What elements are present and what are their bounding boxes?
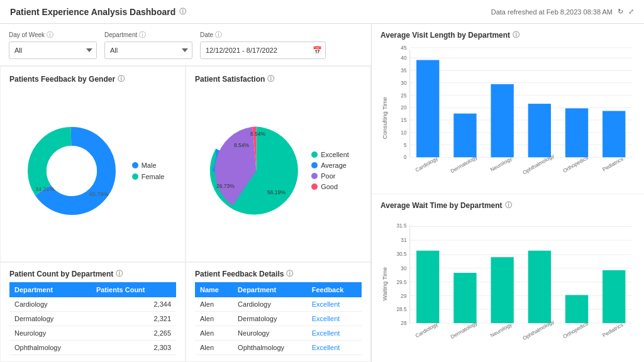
svg-text:31: 31 — [401, 238, 407, 244]
bottom-row: Patient Count by Department ⓘ Department… — [0, 262, 371, 362]
svg-text:40: 40 — [401, 55, 407, 61]
pie-container: 56.19% 26.73% 8.54% 8.54% Excellent Aver… — [195, 87, 362, 254]
charts-row: Patients Feedback by Gender ⓘ 34.21% 65.… — [0, 66, 371, 262]
wait-time-chart: Waiting Time 28 28.5 29 29.5 30 30.5 31 … — [380, 212, 635, 356]
count-cell: 2,321 — [91, 312, 176, 326]
wait-time-title: Average Wait Time by Department ⓘ — [380, 200, 635, 210]
svg-text:45: 45 — [401, 45, 407, 51]
legend-male: Male — [132, 162, 165, 169]
dept-column-header: Department — [9, 282, 91, 297]
name-cell: Alen — [195, 312, 233, 326]
page-title: Patient Experience Analysis Dashboard ⓘ — [10, 7, 186, 17]
male-label: Male — [142, 162, 157, 169]
excellent-dot — [311, 151, 318, 158]
count-cell: 2,265 — [91, 326, 176, 341]
svg-text:Consulting Time: Consulting Time — [382, 97, 388, 139]
visit-bar-svg: Consulting Time 0 5 10 15 20 25 30 35 40… — [380, 42, 635, 187]
dept-cell: Ophthalmology — [233, 341, 307, 355]
name-cell: Alen — [195, 297, 233, 312]
dept-cell: Dermatology — [233, 312, 307, 326]
feedback-details-title: Patient Feedback Details ⓘ — [195, 269, 362, 278]
svg-text:28.5: 28.5 — [396, 307, 407, 313]
feedback-column-header: Feedback — [307, 282, 362, 297]
visit-info-icon: ⓘ — [513, 30, 519, 40]
top-bar: Patient Experience Analysis Dashboard ⓘ … — [0, 0, 644, 24]
svg-text:29: 29 — [401, 293, 407, 299]
patient-count-info-icon: ⓘ — [116, 269, 123, 278]
feedback-header-row: Name Department Feedback — [195, 282, 362, 297]
pie-svg: 56.19% 26.73% 8.54% 8.54% — [208, 122, 305, 219]
refresh-icon[interactable]: ↻ — [618, 8, 623, 16]
satisfaction-chart-title: Patient Satisfaction ⓘ — [195, 74, 362, 84]
calendar-icon[interactable]: 📅 — [313, 46, 322, 55]
legend-excellent: Excellent — [311, 151, 349, 158]
date-label: Date ⓘ — [200, 30, 326, 40]
refresh-info: Data refreshed at Feb 8,2023 08:38 AM ↻ … — [491, 8, 634, 16]
donut-legend: Male Female — [132, 162, 165, 180]
feedback-title-text: Patient Feedback Details — [195, 270, 284, 278]
legend-good: Good — [311, 183, 349, 190]
feedback-dept-column-header: Department — [233, 282, 307, 297]
svg-text:Neurology: Neurology — [489, 155, 513, 173]
date-info-icon: ⓘ — [215, 30, 222, 40]
svg-text:35: 35 — [401, 67, 407, 74]
good-dot — [311, 184, 318, 190]
day-info-icon: ⓘ — [47, 30, 53, 40]
wait-bar-svg: Waiting Time 28 28.5 29 29.5 30 30.5 31 … — [380, 212, 635, 356]
poor-label: Poor — [321, 172, 335, 180]
visit-length-title-text: Average Visit Length by Department — [380, 31, 510, 40]
patient-count-title: Patient Count by Department ⓘ — [9, 269, 176, 278]
right-panel: Average Visit Length by Department ⓘ Con… — [371, 24, 644, 362]
visit-length-chart: Consulting Time 0 5 10 15 20 25 30 35 40… — [380, 42, 635, 187]
refresh-text: Data refreshed at Feb 8,2023 08:38 AM — [491, 8, 613, 16]
gender-chart-title: Patients Feedback by Gender ⓘ — [9, 74, 176, 84]
table-row: AlenDermatologyExcellent — [195, 312, 362, 326]
poor-dot — [311, 173, 318, 179]
wait-bar-neurology — [491, 258, 514, 324]
svg-text:20: 20 — [401, 104, 407, 111]
svg-text:Neurology: Neurology — [489, 321, 513, 339]
department-filter: Department ⓘ All — [104, 30, 192, 59]
expand-icon[interactable]: ⤢ — [628, 8, 634, 16]
count-cell: 2,303 — [91, 341, 176, 355]
wait-bar-dermatology — [453, 273, 476, 324]
donut-container: 34.21% 65.79% Male Female — [9, 87, 176, 254]
svg-text:5: 5 — [404, 142, 407, 148]
wait-bar-ophthalmology — [528, 251, 551, 323]
donut-svg: 34.21% 65.79% — [21, 121, 122, 221]
bar-cardiology — [416, 60, 439, 157]
day-of-week-label-text: Day of Week — [9, 31, 45, 38]
bar-ophthalmology — [528, 104, 551, 157]
svg-text:30.5: 30.5 — [396, 251, 407, 258]
patient-count-table: Department Patients Count Cardiology2,34… — [9, 282, 176, 355]
date-input[interactable] — [200, 41, 326, 59]
table-row: Ophthalmology2,303 — [9, 341, 176, 355]
average-dot — [311, 162, 318, 168]
female-label: Female — [142, 173, 165, 180]
day-of-week-select[interactable]: All — [9, 41, 97, 59]
svg-text:28: 28 — [401, 321, 407, 327]
title-text: Patient Experience Analysis Dashboard — [10, 7, 175, 17]
wait-bar-cardiology — [416, 251, 439, 323]
date-input-wrapper: 📅 — [200, 41, 326, 59]
dept-cell: Dermatology — [9, 312, 91, 326]
svg-text:10: 10 — [401, 129, 407, 136]
table-row: AlenCardiologyExcellent — [195, 297, 362, 312]
day-of-week-filter: Day of Week ⓘ All — [9, 30, 97, 59]
feedback-cell: Excellent — [307, 312, 362, 326]
svg-text:Cardiology: Cardiology — [414, 155, 440, 173]
title-info-icon: ⓘ — [179, 7, 186, 16]
satisfaction-chart-card: Patient Satisfaction ⓘ — [186, 66, 371, 262]
feedback-info-icon: ⓘ — [286, 269, 293, 278]
gender-info-icon: ⓘ — [118, 74, 125, 84]
department-select[interactable]: All — [104, 41, 192, 59]
visit-length-title: Average Visit Length by Department ⓘ — [380, 30, 635, 40]
date-filter: Date ⓘ 📅 — [200, 30, 326, 59]
table-row: AlenOphthalmologyExcellent — [195, 341, 362, 355]
dept-cell: Cardiology — [9, 297, 91, 312]
dept-cell: Ophthalmology — [9, 341, 91, 355]
excellent-label: Excellent — [321, 151, 349, 158]
count-cell: 2,344 — [91, 297, 176, 312]
svg-text:30: 30 — [401, 265, 407, 272]
svg-text:15: 15 — [401, 117, 407, 123]
